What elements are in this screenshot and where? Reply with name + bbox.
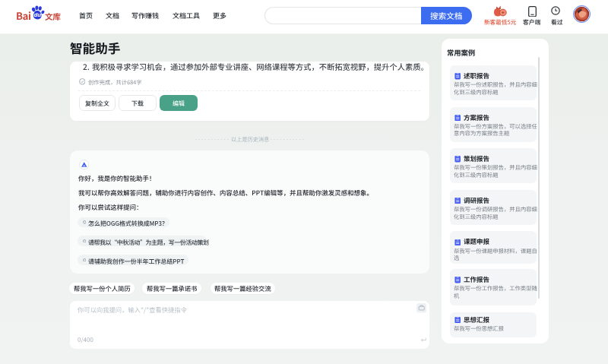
svg-text:du: du: [34, 11, 42, 18]
